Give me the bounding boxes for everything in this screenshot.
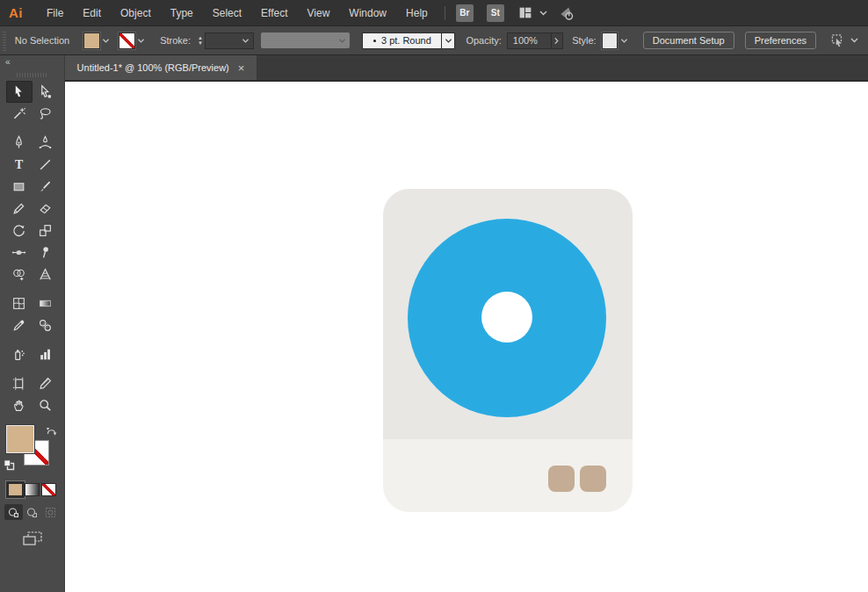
gradient-tool-icon [38,296,53,311]
menu-window[interactable]: Window [339,0,396,26]
preferences-button[interactable]: Preferences [745,32,816,49]
chevron-down-icon [137,38,145,44]
illustrator-window: Ai File Edit Object Type Select Effect V… [0,0,868,592]
opacity-field[interactable]: 100% [507,32,552,49]
none-button[interactable] [41,483,56,496]
opacity-value: 100% [513,35,538,46]
brush-definition-dropdown[interactable]: 3 pt. Round [362,32,455,49]
menu-select[interactable]: Select [203,0,251,26]
tool-column-graph[interactable] [33,343,59,365]
artboard-canvas[interactable] [65,82,868,592]
stroke-weight-field[interactable] [205,32,254,49]
tool-eyedropper[interactable] [6,314,33,336]
tool-lasso[interactable] [33,103,59,125]
artboard-tool-icon [11,376,26,391]
tab-close-icon[interactable]: × [238,62,245,74]
draw-inside-button [41,504,60,520]
artwork-card[interactable] [383,189,633,512]
symbol-sprayer-tool-icon [11,347,26,362]
tool-paintbrush[interactable] [33,176,59,198]
menu-type[interactable]: Type [161,0,203,26]
tools-grid: T [6,81,59,416]
tool-perspective-grid[interactable] [33,264,59,285]
tool-line-segment[interactable] [33,154,59,176]
tools-panel-grip[interactable] [17,73,48,77]
tool-selection[interactable] [6,81,33,103]
workspace-switcher-button[interactable] [517,5,548,20]
menu-object[interactable]: Object [111,0,161,26]
mesh-tool-icon [11,296,26,311]
eraser-tool-icon [38,201,53,216]
menu-view[interactable]: View [298,0,340,26]
tool-rectangle[interactable] [6,176,33,198]
tool-hand[interactable] [6,394,33,416]
change-screen-mode-button[interactable] [21,531,44,552]
default-fill-stroke-button[interactable] [4,458,15,474]
menu-effect[interactable]: Effect [251,0,297,26]
tool-shaper[interactable] [6,198,33,220]
tool-artboard[interactable] [6,372,33,394]
menu-edit[interactable]: Edit [73,0,111,26]
artwork-disc-hole [481,292,532,343]
tool-magic-wand[interactable] [6,103,33,125]
tool-scale[interactable] [33,220,59,242]
tools-panel: « [0,55,65,592]
magic-wand-tool-icon [11,106,26,121]
fill-color-swatch[interactable] [83,32,100,49]
brush-definition-value: 3 pt. Round [381,35,431,46]
column-graph-tool-icon [38,347,53,362]
tool-mesh[interactable] [6,292,33,314]
screen-mode-icon [21,531,44,548]
chevron-down-icon [102,38,110,44]
tool-slice[interactable] [33,372,59,394]
chevron-down-icon [620,38,628,44]
tool-pen[interactable] [6,132,33,154]
stroke-color-dropdown[interactable] [135,32,148,49]
draw-normal-button[interactable] [4,504,23,520]
collapse-panel-button[interactable]: « [0,55,11,67]
fill-indicator[interactable] [6,425,34,453]
panel-grip[interactable] [2,30,8,51]
swap-arrows-icon [46,426,58,437]
gpu-performance-button[interactable] [557,4,576,22]
tool-gradient[interactable] [33,292,59,314]
style-swatch[interactable] [602,32,618,49]
curvature-tool-icon [38,135,53,150]
menu-file[interactable]: File [37,0,73,26]
document-tab[interactable]: Untitled-1* @ 100% (RGB/Preview) × [65,55,257,80]
drawing-mode-buttons [4,504,60,520]
tool-zoom[interactable] [33,394,59,416]
stroke-color-swatch[interactable] [119,32,135,49]
tool-direct-selection[interactable] [33,81,59,103]
document-setup-button[interactable]: Document Setup [643,32,734,49]
tool-rotate[interactable] [6,220,33,242]
color-button[interactable] [8,483,23,496]
tool-blend[interactable] [33,314,59,336]
chevron-down-icon [242,38,250,44]
tool-puppet-warp[interactable] [33,242,59,264]
chevron-right-icon [553,37,560,45]
gradient-button[interactable] [25,483,40,496]
chevron-down-icon [539,10,548,17]
opacity-expand-arrow[interactable] [552,32,564,49]
tool-type[interactable]: T [6,154,33,176]
stroke-weight-stepper[interactable]: ▲▼ [198,35,203,46]
draw-behind-button[interactable] [23,504,41,520]
select-similar-button[interactable] [828,32,859,48]
style-dropdown[interactable] [618,32,631,49]
line-segment-tool-icon [38,157,53,172]
fill-color-dropdown[interactable] [100,32,113,49]
tool-curvature[interactable] [33,132,59,154]
menu-help[interactable]: Help [396,0,438,26]
control-bar: No Selection Stroke: ▲▼ 3 pt. Round [0,26,868,55]
tool-eraser[interactable] [33,198,59,220]
type-tool-icon: T [11,157,26,172]
swap-fill-stroke-button[interactable] [46,425,58,441]
tool-symbol-sprayer[interactable] [6,343,33,365]
selection-status: No Selection [15,35,69,46]
tool-shape-builder[interactable] [6,264,33,285]
tool-width[interactable] [6,242,33,264]
width-tool-icon [11,245,26,260]
bridge-button[interactable]: Br [456,4,474,22]
stock-button[interactable]: St [487,4,504,22]
